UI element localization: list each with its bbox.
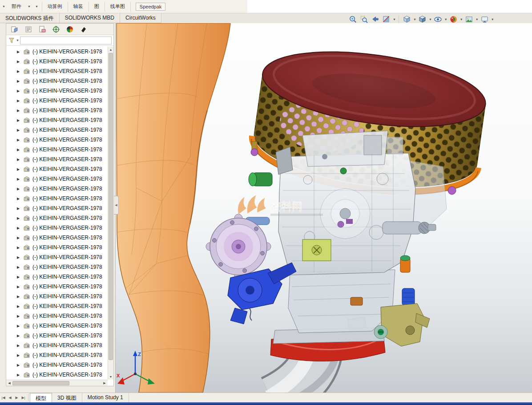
tree-item[interactable]: ▶(-) KEIHIN-VERGASER-1978: [6, 331, 108, 340]
pane-extra-icon[interactable]: [80, 25, 88, 33]
expand-arrow-icon[interactable]: ▶: [17, 295, 23, 299]
chevron-down-icon[interactable]: ▼: [460, 18, 463, 21]
view-orientation-icon[interactable]: [402, 15, 412, 24]
tree-item[interactable]: ▶(-) KEIHIN-VERGASER-1978: [6, 350, 108, 360]
chevron-down-icon[interactable]: ▼: [393, 18, 396, 21]
orange-cowl-part[interactable]: [117, 23, 230, 393]
tree-item[interactable]: ▶(-) KEIHIN-VERGASER-1978: [6, 47, 108, 57]
ribbon-button-assembly[interactable]: 轴装: [73, 3, 83, 10]
tree-item[interactable]: ▶(-) KEIHIN-VERGASER-1978: [6, 233, 108, 243]
chevron-down-icon[interactable]: ▼: [491, 18, 494, 21]
previous-view-icon[interactable]: [370, 15, 380, 24]
expand-arrow-icon[interactable]: ▶: [17, 207, 23, 211]
expand-arrow-icon[interactable]: ▶: [17, 60, 23, 64]
tree-item[interactable]: ▶(-) KEIHIN-VERGASER-1978: [6, 164, 108, 174]
expand-arrow-icon[interactable]: ▶: [17, 177, 23, 181]
tree-item[interactable]: ▶(-) KEIHIN-VERGASER-1978: [6, 57, 108, 66]
expand-arrow-icon[interactable]: ▶: [17, 255, 23, 259]
ribbon-button-drawing[interactable]: 图: [94, 3, 99, 10]
tree-filter-input[interactable]: [20, 36, 112, 45]
expand-arrow-icon[interactable]: ▶: [17, 285, 23, 289]
featuremanager-tab-icon[interactable]: [11, 25, 19, 33]
edit-appearance-icon[interactable]: [448, 15, 459, 24]
tab-scroll-first-icon[interactable]: |◀: [0, 393, 7, 402]
tab-3d-views[interactable]: 3D 视图: [52, 393, 82, 402]
view-settings-icon[interactable]: [480, 15, 490, 24]
chevron-down-icon[interactable]: ▼: [413, 18, 416, 21]
graphics-viewport[interactable]: 资料网 Z X: [116, 23, 532, 393]
tree-item[interactable]: ▶(-) KEIHIN-VERGASER-1978: [6, 321, 108, 331]
chevron-down-icon[interactable]: ▼: [35, 5, 38, 8]
tree-vertical-scrollbar[interactable]: ▲ ▼: [108, 47, 113, 380]
tree-item[interactable]: ▶(-) KEIHIN-VERGASER-1978: [6, 76, 108, 86]
tree-item[interactable]: ▶(-) KEIHIN-VERGASER-1978: [6, 203, 108, 213]
configurationmanager-tab-icon[interactable]: [38, 25, 46, 33]
tab-model[interactable]: 模型: [30, 393, 52, 402]
tab-motion-study-1[interactable]: Motion Study 1: [82, 393, 129, 402]
tree-item[interactable]: ▶(-) KEIHIN-VERGASER-1978: [6, 135, 108, 145]
expand-arrow-icon[interactable]: ▶: [17, 265, 23, 269]
expand-arrow-icon[interactable]: ▶: [17, 79, 23, 83]
expand-arrow-icon[interactable]: ▶: [17, 138, 23, 142]
scroll-down-icon[interactable]: ▼: [108, 374, 113, 380]
hide-show-items-icon[interactable]: [433, 15, 443, 24]
tree-item[interactable]: ▶(-) KEIHIN-VERGASER-1978: [6, 174, 108, 184]
expand-arrow-icon[interactable]: ▶: [17, 246, 23, 250]
tree-item[interactable]: ▶(-) KEIHIN-VERGASER-1978: [6, 105, 108, 115]
chevron-down-icon[interactable]: ▼: [476, 18, 479, 21]
tree-item[interactable]: ▶(-) KEIHIN-VERGASER-1978: [6, 154, 108, 164]
tree-item[interactable]: ▶(-) KEIHIN-VERGASER-1978: [6, 86, 108, 96]
expand-arrow-icon[interactable]: ▶: [17, 128, 23, 132]
tree-item[interactable]: ▶(-) KEIHIN-VERGASER-1978: [6, 340, 108, 350]
expand-arrow-icon[interactable]: ▶: [17, 344, 23, 348]
tree-item[interactable]: ▶(-) KEIHIN-VERGASER-1978: [6, 262, 108, 272]
expand-arrow-icon[interactable]: ▶: [17, 226, 23, 230]
expand-arrow-icon[interactable]: ▶: [17, 167, 23, 171]
chevron-down-icon[interactable]: ▼: [444, 18, 447, 21]
expand-arrow-icon[interactable]: ▶: [17, 275, 23, 279]
expand-arrow-icon[interactable]: ▶: [17, 89, 23, 93]
tree-item[interactable]: ▶(-) KEIHIN-VERGASER-1978: [6, 194, 108, 203]
expand-arrow-icon[interactable]: ▶: [17, 148, 23, 152]
expand-arrow-icon[interactable]: ▶: [17, 373, 23, 377]
tree-item[interactable]: ▶(-) KEIHIN-VERGASER-1978: [6, 311, 108, 321]
tab-scroll-next-icon[interactable]: ▶: [13, 393, 20, 402]
tree-item[interactable]: ▶(-) KEIHIN-VERGASER-1978: [6, 115, 108, 125]
tree-item[interactable]: ▶(-) KEIHIN-VERGASER-1978: [6, 243, 108, 252]
expand-arrow-icon[interactable]: ▶: [17, 158, 23, 162]
chevron-down-icon[interactable]: ▼: [16, 39, 19, 42]
expand-arrow-icon[interactable]: ▶: [17, 99, 23, 103]
scroll-left-icon[interactable]: ◀: [6, 381, 12, 385]
expand-arrow-icon[interactable]: ▶: [17, 314, 23, 318]
expand-arrow-icon[interactable]: ▶: [17, 109, 23, 113]
tree-item[interactable]: ▶(-) KEIHIN-VERGASER-1978: [6, 184, 108, 194]
zoom-to-fit-icon[interactable]: [348, 15, 358, 24]
filter-funnel-icon[interactable]: [8, 37, 15, 44]
expand-arrow-icon[interactable]: ▶: [17, 324, 23, 328]
ribbon-button-motion-study[interactable]: 动算例: [48, 3, 62, 10]
expand-arrow-icon[interactable]: ▶: [17, 353, 23, 357]
expand-arrow-icon[interactable]: ▶: [17, 304, 23, 308]
expand-arrow-icon[interactable]: ▶: [17, 197, 23, 201]
ribbon-tab-solidworks-addins[interactable]: SOLIDWORKS 插件: [0, 13, 60, 23]
tree-item[interactable]: ▶(-) KEIHIN-VERGASER-1978: [6, 282, 108, 292]
display-style-icon[interactable]: [417, 15, 427, 24]
tree-item[interactable]: ▶(-) KEIHIN-VERGASER-1978: [6, 360, 108, 370]
tree-horizontal-scrollbar[interactable]: ◀ ▶: [6, 380, 108, 386]
expand-arrow-icon[interactable]: ▶: [17, 216, 23, 220]
ribbon-tab-solidworks-mbd[interactable]: SOLIDWORKS MBD: [60, 13, 120, 23]
apply-scene-icon[interactable]: [464, 15, 474, 24]
chevron-down-icon[interactable]: ▼: [2, 5, 5, 8]
expand-arrow-icon[interactable]: ▶: [17, 334, 23, 338]
expand-arrow-icon[interactable]: ▶: [17, 236, 23, 240]
chevron-down-icon[interactable]: ▼: [429, 18, 432, 21]
ribbon-button-insert-component[interactable]: 部件: [12, 3, 21, 10]
chevron-down-icon[interactable]: ▼: [28, 5, 31, 8]
scroll-up-icon[interactable]: ▲: [108, 47, 113, 53]
tree-item[interactable]: ▶(-) KEIHIN-VERGASER-1978: [6, 292, 108, 301]
section-view-icon[interactable]: [381, 15, 391, 24]
scrollbar-thumb[interactable]: [12, 381, 69, 385]
expand-arrow-icon[interactable]: ▶: [17, 69, 23, 73]
ribbon-button-schematic[interactable]: 线单图: [110, 3, 125, 10]
tree-item[interactable]: ▶(-) KEIHIN-VERGASER-1978: [6, 223, 108, 233]
